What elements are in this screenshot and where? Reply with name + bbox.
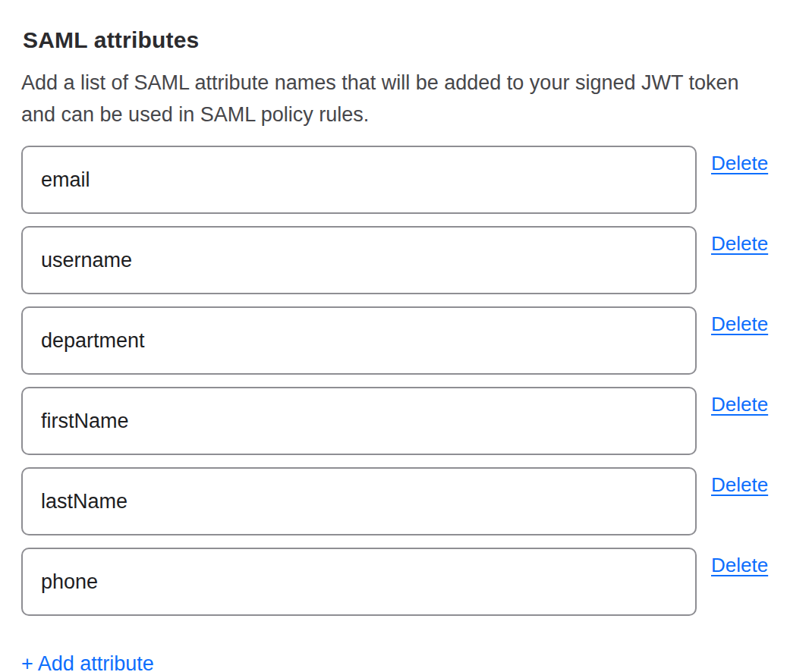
attribute-row: Delete — [21, 548, 809, 616]
delete-link-email[interactable]: Delete — [711, 152, 768, 174]
attribute-list: Delete Delete Delete Delete Delete Delet… — [21, 146, 809, 616]
delete-link-lastname[interactable]: Delete — [711, 473, 768, 496]
attribute-input-phone[interactable] — [21, 548, 697, 616]
delete-link-phone[interactable]: Delete — [711, 554, 768, 576]
attribute-row: Delete — [21, 146, 809, 214]
attribute-row: Delete — [21, 387, 809, 455]
section-description: Add a list of SAML attribute names that … — [21, 67, 803, 130]
attribute-row: Delete — [21, 306, 809, 375]
attribute-row: Delete — [21, 467, 809, 535]
attribute-input-firstname[interactable] — [21, 387, 697, 455]
add-attribute-link[interactable]: + Add attribute — [21, 652, 154, 672]
delete-link-username[interactable]: Delete — [711, 232, 768, 255]
delete-link-department[interactable]: Delete — [711, 312, 768, 335]
description-line-1: Add a list of SAML attribute names that … — [21, 67, 803, 99]
saml-attributes-section: SAML attributes Add a list of SAML attri… — [0, 0, 809, 672]
attribute-input-department[interactable] — [21, 306, 697, 375]
description-line-2: and can be used in SAML policy rules. — [21, 99, 803, 130]
attribute-input-email[interactable] — [21, 146, 697, 214]
delete-link-firstname[interactable]: Delete — [711, 393, 768, 416]
page-title: SAML attributes — [23, 27, 809, 53]
attribute-input-lastname[interactable] — [21, 467, 697, 535]
attribute-input-username[interactable] — [21, 226, 697, 294]
attribute-row: Delete — [21, 226, 809, 294]
